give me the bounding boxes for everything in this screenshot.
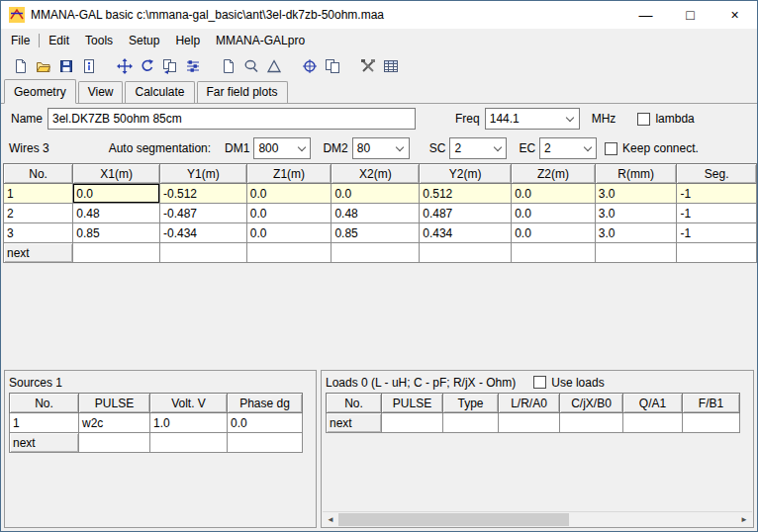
sc-combo[interactable]: 2: [449, 137, 507, 159]
load-cell[interactable]: [623, 413, 683, 433]
menu-help[interactable]: Help: [167, 29, 208, 52]
copy-icon[interactable]: [321, 54, 343, 77]
load-cell[interactable]: [443, 413, 499, 433]
menu-tools[interactable]: Tools: [77, 29, 121, 52]
wire-cell[interactable]: 0.0: [246, 184, 332, 204]
dm2-combo[interactable]: 80: [352, 137, 410, 159]
tools-icon[interactable]: [356, 54, 379, 77]
keep-connect-checkbox[interactable]: [605, 142, 617, 155]
chevron-down-icon[interactable]: [293, 138, 310, 158]
wire-next-cell[interactable]: next: [4, 243, 73, 263]
chevron-down-icon[interactable]: [489, 138, 506, 158]
wire-cell[interactable]: 0.0: [246, 204, 332, 223]
name-input[interactable]: [47, 108, 416, 130]
copy-wire-icon[interactable]: [158, 54, 181, 77]
chevron-down-icon[interactable]: [579, 138, 596, 158]
wire-cell[interactable]: 1: [4, 184, 73, 204]
file-info-icon[interactable]: [77, 54, 100, 77]
wire-cell[interactable]: 3.0: [595, 204, 677, 223]
tab-calculate[interactable]: Calculate: [125, 81, 194, 103]
minimize-button[interactable]: —: [623, 1, 668, 29]
tab-geometry[interactable]: Geometry: [4, 79, 76, 104]
wire-cell[interactable]: 0.0: [246, 223, 332, 243]
wire-cell[interactable]: [159, 243, 246, 263]
wire-cell[interactable]: 0.512: [420, 184, 512, 204]
wire-cell[interactable]: [420, 243, 512, 263]
wire-cell[interactable]: [332, 243, 420, 263]
source-cell[interactable]: 1: [10, 413, 79, 433]
wire-cell[interactable]: 3.0: [595, 184, 677, 204]
load-next-cell[interactable]: next: [327, 413, 382, 433]
wire-cell[interactable]: -0.487: [159, 204, 246, 223]
source-next-cell[interactable]: next: [10, 433, 79, 453]
wire-cell[interactable]: 0.0: [332, 184, 420, 204]
use-loads-checkbox-row[interactable]: Use loads: [533, 376, 604, 390]
tab-view[interactable]: View: [78, 81, 124, 103]
wire-cell[interactable]: 0.0: [512, 204, 596, 223]
lambda-checkbox[interactable]: [637, 113, 650, 126]
wire-cell[interactable]: [246, 243, 332, 263]
wire-cell[interactable]: 0.48: [332, 204, 420, 223]
maximize-button[interactable]: □: [668, 1, 712, 29]
new-doc-icon[interactable]: [217, 54, 239, 77]
wire-cell[interactable]: 0.85: [73, 223, 160, 243]
wire-cell-focused[interactable]: 0.0: [73, 184, 160, 204]
menu-edit[interactable]: Edit: [41, 29, 77, 52]
chevron-down-icon[interactable]: [392, 138, 409, 158]
source-cell[interactable]: [228, 433, 303, 453]
triangle-icon[interactable]: [262, 54, 285, 77]
scroll-thumb[interactable]: [338, 513, 569, 526]
loop-icon[interactable]: [239, 54, 262, 77]
wire-cell[interactable]: 3: [4, 223, 73, 243]
loads-horizontal-scrollbar[interactable]: ◄ ►: [323, 511, 752, 526]
dm1-combo[interactable]: 800: [253, 137, 311, 159]
keep-connect-checkbox-row[interactable]: Keep connect.: [605, 141, 699, 155]
rotate-icon[interactable]: [136, 54, 158, 77]
open-file-icon[interactable]: [32, 54, 54, 77]
ec-combo[interactable]: 2: [539, 137, 597, 159]
wire-cell[interactable]: [595, 243, 677, 263]
wire-cell[interactable]: -1: [677, 184, 757, 204]
wire-cell[interactable]: [677, 243, 757, 263]
wire-cell[interactable]: 0.0: [512, 184, 596, 204]
source-cell[interactable]: 0.0: [228, 413, 303, 433]
new-file-icon[interactable]: [9, 54, 32, 77]
load-cell[interactable]: [382, 413, 443, 433]
source-cell[interactable]: 1.0: [150, 413, 228, 433]
wire-cell[interactable]: 0.487: [420, 204, 512, 223]
lambda-checkbox-row[interactable]: lambda: [637, 112, 694, 126]
scroll-right-icon[interactable]: ►: [736, 512, 752, 527]
grid-icon[interactable]: [379, 54, 402, 77]
segmentation-icon[interactable]: [181, 54, 204, 77]
move-icon[interactable]: [113, 54, 136, 77]
menu-setup[interactable]: Setup: [121, 29, 167, 52]
wire-cell[interactable]: [512, 243, 596, 263]
source-cell[interactable]: w2c: [79, 413, 150, 433]
use-loads-checkbox[interactable]: [533, 376, 546, 389]
load-cell[interactable]: [560, 413, 623, 433]
scroll-left-icon[interactable]: ◄: [323, 512, 338, 527]
source-cell[interactable]: [79, 433, 150, 453]
menu-file[interactable]: File: [3, 29, 38, 52]
chevron-down-icon[interactable]: [562, 109, 579, 129]
wire-cell[interactable]: -0.434: [159, 223, 246, 243]
wire-cell[interactable]: 3.0: [595, 223, 677, 243]
center-icon[interactable]: [298, 54, 321, 77]
tab-far-field-plots[interactable]: Far field plots: [197, 81, 288, 103]
wire-cell[interactable]: -0.512: [159, 184, 246, 204]
wire-cell[interactable]: 2: [4, 204, 73, 223]
close-button[interactable]: ×: [712, 1, 757, 29]
save-file-icon[interactable]: [54, 54, 77, 77]
wire-cell[interactable]: 0.48: [73, 204, 160, 223]
wire-cell[interactable]: -1: [677, 223, 757, 243]
load-cell[interactable]: [683, 413, 740, 433]
source-cell[interactable]: [150, 433, 228, 453]
wire-cell[interactable]: -1: [677, 204, 757, 223]
wire-cell[interactable]: 0.434: [420, 223, 512, 243]
scroll-track[interactable]: [338, 512, 736, 527]
load-cell[interactable]: [499, 413, 560, 433]
wire-cell[interactable]: [73, 243, 160, 263]
wire-cell[interactable]: 0.0: [512, 223, 596, 243]
freq-combo[interactable]: 144.1: [485, 108, 580, 130]
titlebar[interactable]: MMANA-GAL basic c:\mmana-gal_basic\ant\3…: [1, 1, 757, 29]
